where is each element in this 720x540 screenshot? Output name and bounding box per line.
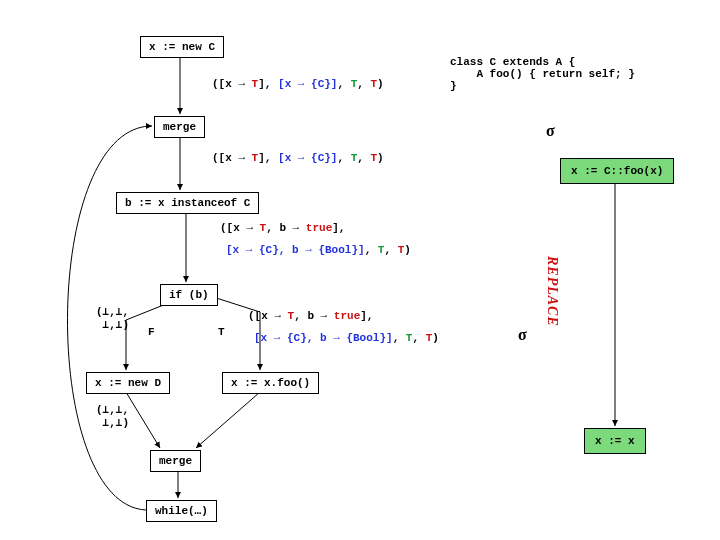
sigma-top: σ xyxy=(546,122,555,140)
label: x := x.foo() xyxy=(231,377,310,389)
node-merge-1: merge xyxy=(154,116,205,138)
label: merge xyxy=(159,455,192,467)
bot-tuple-bottom: (⊥,⊥, ⊥,⊥) xyxy=(96,404,129,430)
label: x := new C xyxy=(149,41,215,53)
node-x-new-d: x := new D xyxy=(86,372,170,394)
node-x-foo: x := x.foo() xyxy=(222,372,319,394)
label: merge xyxy=(163,121,196,133)
replace-label: REPLACE xyxy=(544,256,560,327)
state-after-merge-1: ([x → T], [x → {C}], T, T) xyxy=(212,152,384,164)
state-true-branch-l2: [x → {C}, b → {Bool}], T, T) xyxy=(254,332,439,344)
node-merge-2: merge xyxy=(150,450,201,472)
label: x := C::foo(x) xyxy=(571,165,663,177)
node-if-b: if (b) xyxy=(160,284,218,306)
node-b-instanceof: b := x instanceof C xyxy=(116,192,259,214)
state-after-new-c: ([x → T], [x → {C}], T, T) xyxy=(212,78,384,90)
sigma-mid: σ xyxy=(518,326,527,344)
label: x := new D xyxy=(95,377,161,389)
node-x-new-c: x := new C xyxy=(140,36,224,58)
branch-t-label: T xyxy=(218,326,225,338)
state-after-instanceof-l1: ([x → T, b → true], xyxy=(220,222,345,234)
state-true-branch-l1: ([x → T, b → true], xyxy=(248,310,373,322)
label: while(…) xyxy=(155,505,208,517)
label: x := x xyxy=(595,435,635,447)
branch-f-label: F xyxy=(148,326,155,338)
label: b := x instanceof C xyxy=(125,197,250,209)
state-after-instanceof-l2: [x → {C}, b → {Bool}], T, T) xyxy=(226,244,411,256)
green-c-foo: x := C::foo(x) xyxy=(560,158,674,184)
class-c-code: class C extends A { A foo() { return sel… xyxy=(450,56,635,92)
bot-tuple-left: (⊥,⊥, ⊥,⊥) xyxy=(96,306,129,332)
label: if (b) xyxy=(169,289,209,301)
node-while: while(…) xyxy=(146,500,217,522)
green-x-assign-x: x := x xyxy=(584,428,646,454)
